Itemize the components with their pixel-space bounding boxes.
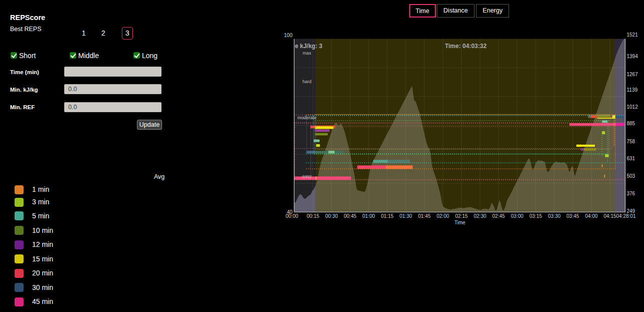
svg-text:03:00: 03:00 [511,213,523,219]
svg-text:1139: 1139 [627,87,638,93]
svg-text:1394: 1394 [627,54,638,59]
svg-text:00:00: 00:00 [285,213,298,219]
svg-text:631: 631 [627,156,635,161]
svg-text:758: 758 [627,139,635,144]
svg-text:03:15: 03:15 [529,213,542,219]
svg-text:04:00: 04:00 [585,213,597,219]
svg-text:00:30: 00:30 [325,213,338,219]
svg-text:Time: Time [454,220,465,225]
svg-text:01:30: 01:30 [399,213,412,219]
svg-text:01:00: 01:00 [362,213,375,219]
svg-text:503: 503 [627,173,635,179]
svg-text:100: 100 [284,33,292,38]
svg-text:02:45: 02:45 [492,213,505,219]
svg-text:moderate: moderate [297,115,316,120]
svg-text:885: 885 [627,121,635,126]
svg-text:376: 376 [627,191,635,196]
svg-text:03:30: 03:30 [548,213,560,219]
svg-text:04:28:01: 04:28:01 [616,213,636,219]
svg-text:00:15: 00:15 [306,213,319,219]
svg-text:e kJ/kg: 3: e kJ/kg: 3 [295,43,323,50]
svg-text:00:45: 00:45 [344,213,356,219]
svg-text:1267: 1267 [627,72,638,77]
svg-text:easy: easy [302,174,312,179]
svg-text:max: max [302,51,311,56]
svg-text:1521: 1521 [627,32,638,38]
svg-text:02:00: 02:00 [436,213,449,219]
svg-text:02:30: 02:30 [473,213,486,219]
svg-text:01:45: 01:45 [418,213,430,219]
svg-text:04:15: 04:15 [603,213,616,219]
svg-text:hard: hard [302,79,311,84]
svg-text:02:15: 02:15 [455,213,467,219]
svg-text:03:45: 03:45 [566,213,579,219]
svg-text:Time: 04:03:32: Time: 04:03:32 [445,43,487,50]
svg-text:01:15: 01:15 [381,213,393,219]
svg-text:1012: 1012 [627,104,638,110]
